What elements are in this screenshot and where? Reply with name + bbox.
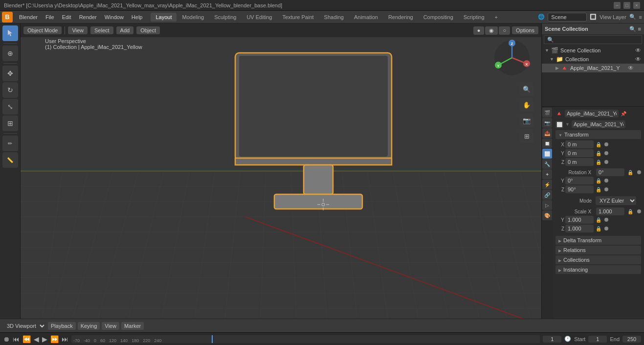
menu-edit[interactable]: Edit [59, 13, 75, 21]
rotation-y-input[interactable] [565, 177, 594, 184]
zoom-button[interactable]: 🔍 [520, 82, 533, 96]
annotate-tool-button[interactable]: ✏ [2, 136, 18, 151]
menu-help[interactable]: Help [128, 13, 146, 21]
location-y-keyframe[interactable] [604, 151, 608, 155]
select-tool-button[interactable] [2, 25, 18, 41]
scale-y-keyframe[interactable] [604, 218, 608, 222]
add-tab-button[interactable]: + [490, 13, 503, 22]
tab-sculpting[interactable]: Sculpting [209, 13, 241, 22]
delta-transform-header[interactable]: Delta Transform [555, 236, 641, 245]
scale-z-input[interactable] [565, 225, 594, 232]
rotation-x-lock[interactable]: 🔒 [627, 170, 633, 175]
view-menu[interactable]: View [68, 26, 88, 34]
end-frame-input[interactable] [622, 336, 641, 343]
imac-object-eye[interactable]: 👁 [628, 65, 634, 71]
view-menu-tl[interactable]: View [102, 322, 119, 330]
outliner-search-icon[interactable]: 🔍 [629, 26, 636, 32]
transform-tool-button[interactable]: ⊞ [2, 115, 18, 131]
filter-icon[interactable]: ≡ [639, 14, 642, 20]
rotation-x-keyframe[interactable] [637, 170, 641, 174]
location-y-lock[interactable]: 🔒 [596, 151, 601, 156]
close-button[interactable]: × [633, 2, 640, 9]
data-block-name-input[interactable] [572, 120, 625, 128]
scale-y-lock[interactable]: 🔒 [596, 217, 601, 223]
tab-texture-paint[interactable]: Texture Paint [277, 13, 318, 22]
outliner-collection[interactable]: ▼ 📁 Collection 👁 [542, 55, 644, 64]
tab-layout[interactable]: Layout [151, 13, 177, 22]
rotation-z-lock[interactable]: 🔒 [596, 187, 601, 192]
add-menu[interactable]: Add [116, 26, 134, 34]
location-y-input[interactable] [565, 149, 594, 157]
pan-button[interactable]: ✋ [520, 98, 533, 112]
editor-type-select[interactable]: 3D Viewport [3, 322, 46, 330]
shading-material-button[interactable]: ◉ [485, 26, 498, 35]
menu-blender[interactable]: Blender [16, 13, 41, 21]
tab-scripting[interactable]: Scripting [459, 13, 489, 22]
rotation-z-input[interactable] [565, 185, 594, 193]
measure-tool-button[interactable]: 📏 [2, 152, 18, 168]
blender-logo[interactable]: B [2, 12, 13, 23]
tab-uv-editing[interactable]: UV Editing [242, 13, 277, 22]
tab-modeling[interactable]: Modeling [177, 13, 209, 22]
cursor-tool-button[interactable]: ⊕ [2, 46, 18, 61]
prop-tab-object[interactable]: ⬜ [542, 149, 552, 159]
timeline-record-btn[interactable]: ⏺ [3, 335, 10, 343]
tab-shading[interactable]: Shading [319, 13, 349, 22]
menu-file[interactable]: File [42, 13, 58, 21]
select-menu[interactable]: Select [90, 26, 113, 34]
location-z-input[interactable] [565, 158, 594, 166]
rotation-mode-select[interactable]: XYZ Euler XZY Euler YXZ Euler Quaternion… [596, 196, 636, 205]
imac-object-hide[interactable]: ○ [638, 65, 641, 71]
scale-x-keyframe[interactable] [637, 209, 641, 213]
options-button[interactable]: Options [512, 26, 538, 34]
scale-y-input[interactable] [565, 216, 594, 224]
grid-button[interactable]: ⊞ [520, 129, 533, 143]
viewport-gizmo[interactable]: Z X Y [492, 38, 532, 77]
play-btn[interactable]: ▶ [42, 335, 47, 343]
pin-icon[interactable]: 📌 [621, 111, 626, 116]
rotation-y-keyframe[interactable] [604, 179, 608, 183]
current-frame-input[interactable] [543, 336, 561, 343]
transform-section-header[interactable]: Transform [555, 130, 641, 139]
outliner-imac-object[interactable]: ▶ 🔺 Apple_iMac_2021_Y 👁 ○ [542, 64, 644, 72]
scale-z-lock[interactable]: 🔒 [596, 226, 601, 231]
scale-x-input[interactable] [596, 207, 624, 215]
rotation-z-keyframe[interactable] [604, 187, 608, 191]
marker-menu[interactable]: Marker [121, 322, 144, 330]
data-block-dropdown[interactable]: ▼ [565, 122, 570, 127]
location-z-lock[interactable]: 🔒 [596, 160, 601, 165]
move-tool-button[interactable]: ✥ [2, 66, 18, 81]
location-x-keyframe[interactable] [604, 142, 608, 146]
prop-tab-particles[interactable]: ✦ [542, 169, 552, 179]
maximize-button[interactable]: □ [623, 2, 630, 9]
prop-tab-physics[interactable]: ⚡ [542, 180, 552, 189]
location-z-keyframe[interactable] [604, 160, 608, 164]
scale-x-lock[interactable]: 🔒 [627, 209, 633, 214]
viewport[interactable]: Object Mode View Select Add Object ● ◉ ○… [21, 23, 541, 319]
prop-tab-materials[interactable]: 🎨 [542, 210, 552, 220]
outliner-scene-collection[interactable]: ▼ 🎬 Scene Collection 👁 [542, 46, 644, 55]
outliner-search-input[interactable] [544, 35, 642, 44]
scene-input[interactable] [548, 13, 587, 22]
location-x-input[interactable] [565, 140, 594, 148]
jump-end-btn[interactable]: ⏭ [62, 335, 68, 343]
shading-rendered-button[interactable]: ○ [499, 26, 510, 35]
jump-start-btn[interactable]: ⏮ [13, 335, 20, 343]
collections-header[interactable]: Collections [555, 255, 641, 264]
menu-render[interactable]: Render [76, 13, 100, 21]
menu-window[interactable]: Window [101, 13, 127, 21]
scale-z-keyframe[interactable] [604, 227, 608, 230]
collection-eye[interactable]: 👁 [635, 56, 641, 63]
relations-header[interactable]: Relations [555, 246, 641, 254]
prop-tab-scene[interactable]: 🎬 [542, 108, 552, 117]
search-icon[interactable]: 🔍 [629, 14, 636, 20]
object-name-input[interactable] [565, 110, 619, 117]
rotation-x-input[interactable] [596, 168, 624, 176]
scene-collection-eye[interactable]: 👁 [635, 47, 641, 54]
prop-tab-modifiers[interactable]: 🔧 [542, 159, 552, 169]
prop-tab-data[interactable]: ▷ [542, 200, 552, 210]
shading-solid-button[interactable]: ● [473, 26, 485, 35]
location-x-lock[interactable]: 🔒 [596, 142, 601, 147]
rotate-tool-button[interactable]: ↻ [2, 82, 18, 98]
jump-back-btn[interactable]: ⏪ [22, 335, 31, 343]
